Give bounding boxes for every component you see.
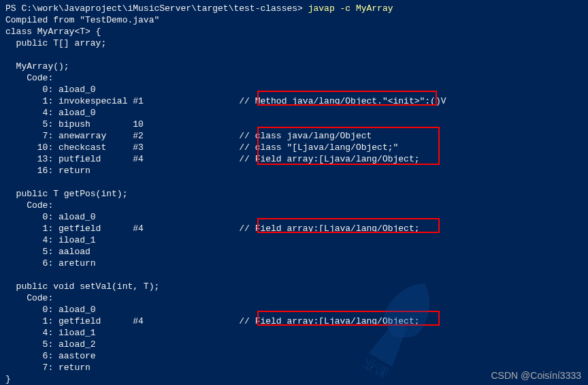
setval-signature: public void setVal(int, T); [5,281,583,292]
code-label: Code: [5,200,583,211]
bytecode-line: 4: aload_0 [5,107,583,119]
bytecode-line: 16: return [5,165,583,176]
blank-line [5,269,583,281]
bytecode-line: 0: aload_0 [5,84,583,95]
compiled-from: Compiled from "TestDemo.java" [5,14,583,26]
command-text: javap -c MyArray [308,3,393,14]
bytecode-line: 1: invokespecial #1 // Method java/lang/… [5,95,583,107]
bytecode-line: 5: aload_2 [5,339,583,350]
prompt-path: PS C:\work\Javaproject\iMusicServer\targ… [5,3,303,14]
prompt-line: PS C:\work\Javaproject\iMusicServer\targ… [5,3,583,14]
watermark-logo: 业课 [329,262,466,385]
bytecode-line: 5: aaload [5,246,583,258]
bytecode-line: 6: aastore [5,350,583,362]
bytecode-line: 4: iload_1 [5,234,583,246]
class-declaration: class MyArray<T> { [5,26,583,37]
bytecode-line: 1: getfield #4 // Field array:[Ljava/lan… [5,315,583,327]
csdn-watermark: CSDN @Coisíní3333 [491,370,582,381]
blank-line [5,49,583,61]
constructor-signature: MyArray(); [5,61,583,72]
bytecode-line: 13: putfield #4 // Field array:[Ljava/la… [5,153,583,165]
bytecode-line: 10: checkcast #3 // class "[Ljava/lang/O… [5,142,583,153]
bytecode-line: 0: aload_0 [5,211,583,223]
code-label: Code: [5,72,583,84]
bytecode-line: 0: aload_0 [5,304,583,315]
bytecode-line: 5: bipush 10 [5,119,583,130]
bytecode-line: 6: areturn [5,258,583,269]
code-label: Code: [5,292,583,304]
bytecode-line: 7: anewarray #2 // class java/lang/Objec… [5,130,583,142]
bytecode-line: 4: iload_1 [5,327,583,339]
bytecode-line: 1: getfield #4 // Field array:[Ljava/lan… [5,223,583,234]
getpos-signature: public T getPos(int); [5,188,583,200]
blank-line [5,176,583,188]
field-declaration: public T[] array; [5,37,583,49]
